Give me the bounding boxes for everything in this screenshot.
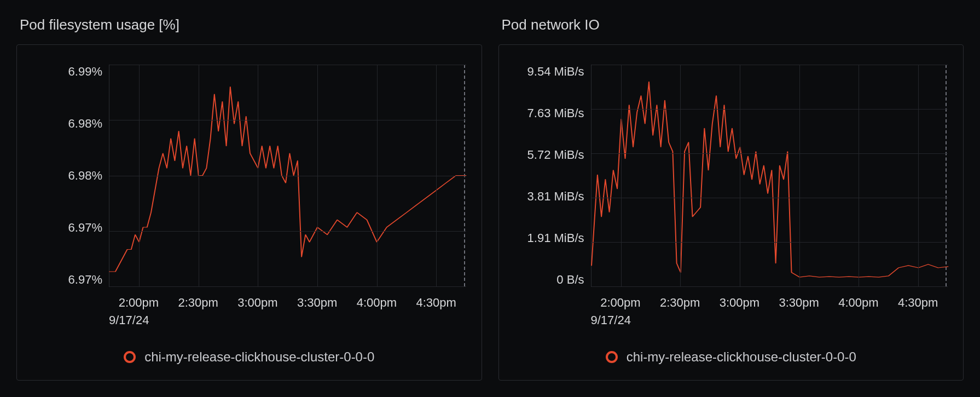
panel-title: Pod filesystem usage [%]	[16, 11, 482, 44]
x-tick: 4:30pm	[888, 296, 948, 310]
gridline-h	[592, 286, 948, 287]
plot-area: 9.54 MiB/s7.63 MiB/s5.72 MiB/s3.81 MiB/s…	[514, 65, 948, 287]
gridline-v	[139, 65, 140, 286]
x-tick: 3:00pm	[710, 296, 769, 310]
x-tick: 2:30pm	[169, 296, 228, 310]
plot[interactable]	[591, 65, 948, 287]
gridline-v	[621, 65, 622, 286]
gridline-v	[680, 65, 681, 286]
gridline-v	[199, 65, 199, 286]
y-tick: 5.72 MiB/s	[527, 148, 584, 162]
gridline-v	[859, 65, 859, 286]
x-axis: 2:00pm2:30pm3:00pm3:30pm4:00pm4:30pm	[109, 287, 466, 310]
x-tick: 4:00pm	[347, 296, 407, 310]
y-tick: 6.97%	[68, 221, 102, 235]
gridline-h	[592, 65, 948, 65]
panel-network: Pod network IO 9.54 MiB/s7.63 MiB/s5.72 …	[498, 11, 964, 381]
x-tick: 3:30pm	[287, 296, 347, 310]
plot[interactable]	[109, 65, 466, 287]
x-date: 9/17/24	[109, 310, 466, 327]
legend[interactable]: chi-my-release-clickhouse-cluster-0-0-0	[514, 327, 948, 365]
series-svg	[592, 65, 948, 286]
gridline-v	[799, 65, 800, 286]
x-tick: 2:00pm	[109, 296, 169, 310]
gridline-h	[592, 153, 948, 154]
gridline-h	[592, 109, 948, 110]
y-tick: 9.54 MiB/s	[527, 65, 584, 79]
legend-label: chi-my-release-clickhouse-cluster-0-0-0	[144, 349, 374, 365]
y-axis: 9.54 MiB/s7.63 MiB/s5.72 MiB/s3.81 MiB/s…	[514, 65, 591, 287]
x-axis: 2:00pm2:30pm3:00pm3:30pm4:00pm4:30pm	[591, 287, 948, 310]
legend-label: chi-my-release-clickhouse-cluster-0-0-0	[627, 349, 856, 365]
x-tick: 4:30pm	[407, 296, 466, 310]
y-tick: 6.99%	[68, 65, 102, 79]
gridline-v	[436, 65, 437, 286]
legend[interactable]: chi-my-release-clickhouse-cluster-0-0-0	[32, 327, 466, 365]
gridline-h	[592, 242, 948, 243]
gridline-v	[740, 65, 740, 286]
y-tick: 3.81 MiB/s	[527, 189, 584, 204]
legend-marker-icon	[124, 351, 136, 363]
x-tick: 2:30pm	[650, 296, 710, 310]
x-tick: 3:00pm	[228, 296, 288, 310]
gridline-h	[109, 65, 466, 65]
y-tick: 1.91 MiB/s	[527, 231, 584, 245]
gridline-h	[109, 231, 466, 232]
x-date: 9/17/24	[591, 310, 948, 327]
gridline-h	[109, 286, 466, 287]
gridline-v	[258, 65, 258, 286]
series-line	[109, 87, 466, 272]
gridline-h	[109, 176, 466, 176]
gridline-v	[317, 65, 318, 286]
gridline-h	[109, 120, 466, 120]
chart-card[interactable]: 9.54 MiB/s7.63 MiB/s5.72 MiB/s3.81 MiB/s…	[498, 44, 964, 381]
panel-title: Pod network IO	[498, 11, 964, 44]
panel-filesystem: Pod filesystem usage [%] 6.99%6.98%6.98%…	[16, 11, 482, 381]
y-tick: 6.98%	[68, 117, 102, 131]
x-tick: 3:30pm	[769, 296, 829, 310]
y-tick: 6.97%	[68, 273, 102, 287]
series-line	[592, 82, 948, 277]
x-tick: 4:00pm	[829, 296, 889, 310]
legend-marker-icon	[606, 351, 618, 363]
plot-area: 6.99%6.98%6.98%6.97%6.97%	[32, 65, 466, 287]
y-tick: 7.63 MiB/s	[527, 106, 584, 120]
gridline-v	[377, 65, 378, 286]
y-axis: 6.99%6.98%6.98%6.97%6.97%	[32, 65, 109, 287]
y-tick: 0 B/s	[556, 273, 584, 287]
x-tick: 2:00pm	[591, 296, 651, 310]
gridline-h	[592, 198, 948, 198]
panels-row: Pod filesystem usage [%] 6.99%6.98%6.98%…	[0, 0, 980, 397]
gridline-v	[918, 65, 919, 286]
chart-card[interactable]: 6.99%6.98%6.98%6.97%6.97% 2:00pm2:30pm3:…	[16, 44, 482, 381]
y-tick: 6.98%	[68, 169, 102, 183]
